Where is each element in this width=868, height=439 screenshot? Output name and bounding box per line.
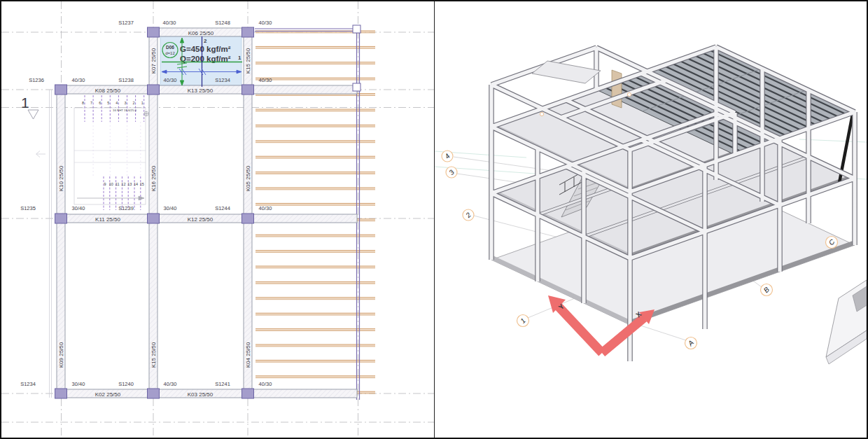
- axis-marker-1: 1: [21, 95, 38, 119]
- beam-label: K16 25/50: [150, 165, 157, 191]
- dim-label: 30/40: [164, 205, 177, 211]
- live-load-value: Q=200 kgf/m²: [180, 55, 231, 63]
- adjacent-structure[interactable]: [826, 280, 867, 364]
- slab-label: S1239: [118, 205, 134, 211]
- stair-step-num: 1: [141, 101, 144, 105]
- stair-step-num: 6: [99, 101, 101, 105]
- stair-step-num: 9: [104, 182, 106, 186]
- dim-label: 40/30: [259, 20, 272, 26]
- beam-label: K12 25/50: [188, 216, 214, 223]
- axis-bubble-2: 2: [463, 209, 474, 221]
- stair-step-num: 4: [115, 101, 118, 105]
- axis-bubble-3: 3: [446, 167, 457, 178]
- building-3d[interactable]: [491, 47, 855, 361]
- pane-3d-view[interactable]: 4 3 2 1 A B C Y X: [435, 1, 867, 438]
- beam-K05: [244, 94, 252, 214]
- roof-joist-field[interactable]: [255, 27, 375, 394]
- beam-K16: [149, 94, 158, 214]
- stair-note: 16 RHT 18.6/25.0: [113, 109, 136, 112]
- dim-label: 40/30: [259, 205, 272, 211]
- slab-label: S1248: [215, 20, 230, 26]
- axis-bubble-A: A: [685, 337, 697, 349]
- beam-ext-row4: [253, 389, 357, 398]
- dim-label: 30/40: [72, 205, 85, 211]
- beam-label: K06 25/50: [188, 30, 214, 36]
- beam-label: K04 25/50: [245, 342, 251, 368]
- slab-edge-left: [50, 90, 52, 398]
- dim-label: 40/30: [259, 77, 272, 83]
- section-2-label: 2: [204, 38, 207, 44]
- slab-label: S1237: [118, 20, 134, 26]
- beam-K10: [57, 94, 65, 214]
- slab-label: S1241: [215, 381, 230, 387]
- beam-label: K09 25/50: [58, 342, 64, 368]
- dim-label: 30/40: [72, 381, 85, 387]
- stair-step-num: 7: [90, 101, 92, 105]
- dim-label: 40/30: [259, 381, 272, 387]
- axis-bubble-B: B: [761, 284, 773, 296]
- beam-label: K10 25/50: [58, 165, 64, 191]
- axis-bubble-C: C: [826, 237, 838, 249]
- beam-label: K08 25/50: [95, 88, 121, 94]
- stair-step-num: 2: [133, 101, 135, 105]
- dim-label: 40/30: [164, 77, 177, 83]
- dim-label: 40/30: [163, 20, 176, 26]
- section-1-label: 1: [238, 55, 241, 61]
- slab-label: S1234: [215, 77, 230, 83]
- stair-step-num: 15: [140, 182, 144, 186]
- stair-step-num: 10: [109, 182, 113, 186]
- beam-label: K02 25/50: [95, 391, 121, 398]
- beam-label: K13 25/50: [188, 88, 214, 94]
- dim-label: 40/30: [164, 381, 177, 387]
- axis-bubble-4: 4: [442, 151, 453, 162]
- dim-label: 40/30: [72, 77, 85, 83]
- slab-thickness: d=12: [165, 51, 175, 55]
- dead-load-value: G=450 kgf/m²: [180, 45, 231, 53]
- beam-label: K15 25/50: [245, 48, 251, 74]
- axis-marker-label: 1: [21, 95, 29, 111]
- stair-step-num: 8: [82, 101, 84, 105]
- stair-step-num: 5: [107, 101, 109, 105]
- beam-label: K11 25/50: [95, 216, 120, 223]
- stair-entry-arrow: [36, 151, 46, 158]
- pane-2d-plan[interactable]: 8 7 6 5 4 3 2 1 9 10 11 12 13 14 15 16 R…: [1, 1, 435, 438]
- slab-label: S1236: [29, 77, 44, 83]
- stair-step-num: 3: [124, 101, 126, 105]
- stair-step-num: 14: [134, 182, 138, 186]
- slab-id: D06: [166, 45, 174, 50]
- beam-label: K03 25/50: [188, 391, 214, 398]
- beam-label: K07 25/50: [150, 48, 157, 74]
- beam-label: K05 25/50: [245, 165, 251, 191]
- beam-ext-row3: [253, 214, 357, 223]
- stair-plan[interactable]: 8 7 6 5 4 3 2 1 9 10 11 12 13 14 15 16 R…: [36, 95, 149, 210]
- cad-workspace: 8 7 6 5 4 3 2 1 9 10 11 12 13 14 15 16 R…: [0, 0, 868, 439]
- slab-label: S1234: [20, 381, 36, 387]
- model-3d-view[interactable]: 4 3 2 1 A B C Y X: [435, 1, 867, 438]
- stair-step-num: 12: [121, 182, 125, 186]
- slab-label: S1238: [118, 77, 134, 83]
- stair-step-num: 13: [127, 182, 132, 186]
- slab-label: S1240: [118, 381, 134, 387]
- plan-drawing[interactable]: 8 7 6 5 4 3 2 1 9 10 11 12 13 14 15 16 R…: [1, 1, 434, 438]
- beam-label: K15 25/50: [150, 342, 157, 368]
- stair-step-num: 11: [115, 182, 120, 186]
- slab-label: S1244: [215, 205, 230, 211]
- beam-ext-row2: [253, 85, 357, 94]
- slab-label: S1235: [20, 205, 36, 211]
- masonry-wall-panel[interactable]: [612, 70, 622, 108]
- axis-bubble-1: 1: [517, 315, 529, 327]
- stair-axis-symbol: [144, 111, 148, 116]
